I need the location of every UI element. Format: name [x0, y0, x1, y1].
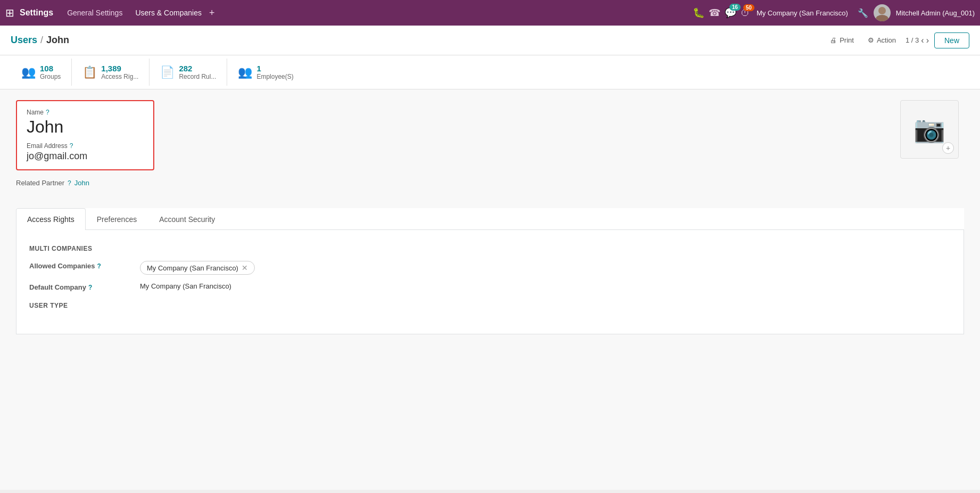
allowed-companies-help-icon[interactable]: ? [97, 262, 101, 270]
tabs-bar: Access Rights Preferences Account Securi… [16, 208, 964, 230]
pager: 1 / 3 ‹ › [906, 36, 929, 45]
email-help-icon[interactable]: ? [70, 142, 73, 150]
employees-label: Employee(S) [256, 73, 293, 80]
svg-point-0 [878, 7, 886, 14]
user-name: Mitchell Admin (Aug_001) [896, 9, 975, 17]
allowed-companies-value[interactable]: My Company (San Francisco) ✕ [140, 261, 255, 275]
main-content: Name ? John Email Address ? jo@gmail.com… [0, 89, 980, 490]
default-company-label: Default Company ? [29, 282, 136, 291]
company-name: My Company (San Francisco) [757, 9, 848, 17]
tab-account-security[interactable]: Account Security [148, 208, 226, 230]
chat-badge: 16 [729, 4, 741, 11]
photo-upload-area[interactable]: 📷 + [900, 100, 959, 159]
breadcrumb-current: John [46, 35, 69, 46]
clock-icon[interactable]: ⏱ 50 [741, 7, 750, 19]
record-rules-count: 282 [179, 64, 216, 73]
name-field-value[interactable]: John [27, 117, 144, 137]
bug-icon[interactable]: 🐛 [693, 7, 704, 19]
related-partner-help-icon[interactable]: ? [68, 179, 71, 187]
tab-access-rights[interactable]: Access Rights [16, 208, 86, 230]
toolbar: 🖨 Print ⚙ Action 1 / 3 ‹ › New [826, 32, 969, 48]
next-arrow[interactable]: › [926, 36, 929, 45]
prev-arrow[interactable]: ‹ [921, 36, 924, 45]
name-field-label: Name ? [27, 109, 144, 116]
smart-btn-employees[interactable]: 👥 1 Employee(S) [227, 59, 304, 86]
related-partner-row: Related Partner ? John [16, 179, 884, 187]
related-partner-value[interactable]: John [74, 179, 89, 187]
app-grid-icon[interactable]: ⊞ [5, 6, 14, 19]
groups-label: Groups [40, 73, 61, 80]
chat-icon[interactable]: 💬 16 [725, 7, 736, 19]
employees-icon: 👥 [238, 65, 252, 79]
user-avatar [874, 4, 891, 21]
breadcrumb: Users / John [11, 35, 826, 46]
related-partner-label: Related Partner [16, 179, 64, 187]
nav-general-settings[interactable]: General Settings [62, 5, 128, 20]
svg-point-1 [876, 15, 888, 21]
top-navigation: ⊞ Settings General Settings Users & Comp… [0, 0, 980, 26]
camera-icon: 📷 [913, 114, 945, 144]
print-icon: 🖨 [830, 36, 837, 44]
record-rules-label: Record Rul... [179, 73, 216, 80]
pager-count: 1 / 3 [906, 36, 919, 44]
clock-badge: 50 [743, 4, 754, 11]
email-field-label: Email Address ? [27, 142, 144, 150]
name-email-card[interactable]: Name ? John Email Address ? jo@gmail.com [16, 100, 154, 170]
tab-preferences[interactable]: Preferences [86, 208, 148, 230]
smart-btn-groups[interactable]: 👥 108 Groups [11, 59, 72, 86]
form-left: Name ? John Email Address ? jo@gmail.com… [16, 100, 884, 198]
form-right: 📷 + [900, 100, 964, 198]
employees-count: 1 [256, 64, 293, 73]
nav-users-companies[interactable]: Users & Companies [130, 5, 207, 20]
section-multi-companies: MULTI COMPANIES [29, 245, 951, 252]
action-button[interactable]: ⚙ Action [863, 34, 900, 46]
access-rights-icon: 📋 [82, 65, 97, 79]
print-button[interactable]: 🖨 Print [826, 34, 858, 46]
section-user-type: USER TYPE [29, 302, 951, 309]
app-name: Settings [20, 8, 53, 18]
company-tag[interactable]: My Company (San Francisco) ✕ [140, 261, 255, 275]
gear-icon: ⚙ [868, 36, 874, 44]
topnav-icons: 🐛 ☎ 💬 16 ⏱ 50 [693, 7, 750, 19]
nav-add-button[interactable]: + [209, 7, 215, 19]
breadcrumb-bar: Users / John 🖨 Print ⚙ Action 1 / 3 ‹ › … [0, 26, 980, 55]
name-help-icon[interactable]: ? [46, 109, 49, 116]
access-rights-count: 1,389 [101, 64, 138, 73]
add-photo-icon: + [942, 142, 954, 154]
default-company-help-icon[interactable]: ? [88, 284, 92, 291]
groups-count: 108 [40, 64, 61, 73]
allowed-companies-row: Allowed Companies ? My Company (San Fran… [29, 261, 951, 275]
print-label: Print [840, 36, 854, 44]
new-button[interactable]: New [934, 32, 969, 48]
default-company-row: Default Company ? My Company (San Franci… [29, 282, 951, 291]
tab-content-access-rights: MULTI COMPANIES Allowed Companies ? My C… [16, 230, 964, 334]
access-rights-label: Access Rig... [101, 73, 138, 80]
company-tag-label: My Company (San Francisco) [147, 264, 238, 272]
default-company-value: My Company (San Francisco) [140, 282, 231, 290]
phone-icon[interactable]: ☎ [709, 7, 720, 19]
email-field-value[interactable]: jo@gmail.com [27, 151, 144, 162]
breadcrumb-parent[interactable]: Users [11, 35, 37, 46]
groups-icon: 👥 [21, 65, 36, 79]
allowed-companies-label: Allowed Companies ? [29, 261, 136, 270]
form-top-row: Name ? John Email Address ? jo@gmail.com… [16, 100, 964, 198]
breadcrumb-separator: / [40, 35, 43, 46]
smart-buttons-bar: 👥 108 Groups 📋 1,389 Access Rig... 📄 282… [0, 55, 980, 89]
company-tag-remove[interactable]: ✕ [242, 264, 248, 272]
record-rules-icon: 📄 [160, 65, 175, 79]
action-label: Action [877, 36, 896, 44]
wrench-icon[interactable]: 🔧 [858, 8, 868, 18]
smart-btn-record-rules[interactable]: 📄 282 Record Rul... [150, 59, 227, 86]
smart-btn-access-rights[interactable]: 📋 1,389 Access Rig... [72, 59, 150, 86]
